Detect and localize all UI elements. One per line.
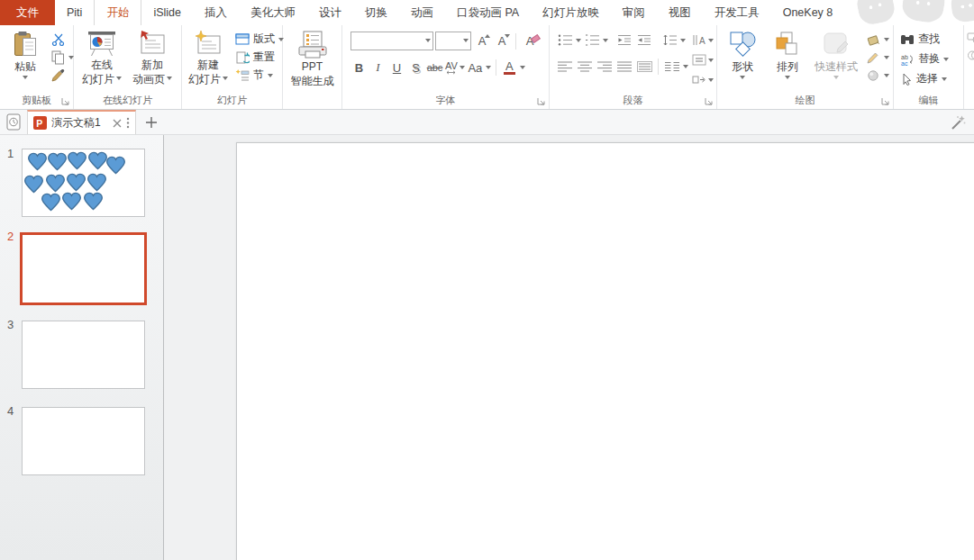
- document-tab[interactable]: P 演示文稿1: [27, 110, 136, 134]
- layout-button[interactable]: 版式: [232, 31, 287, 48]
- text-direction-button[interactable]: A: [692, 32, 714, 49]
- decrease-indent-button[interactable]: [615, 32, 633, 49]
- select-button[interactable]: 选择: [897, 70, 952, 87]
- bold-button[interactable]: B: [350, 59, 368, 77]
- shape-effects-dropdown-arrow[interactable]: [884, 74, 889, 77]
- numbering-button[interactable]: [583, 32, 601, 49]
- paragraph-dialog-launcher-icon[interactable]: [705, 97, 714, 106]
- paste-button[interactable]: 粘贴: [3, 28, 48, 93]
- tab-onekey[interactable]: OneKey 8: [771, 0, 845, 25]
- bullets-button[interactable]: [556, 32, 574, 49]
- line-spacing-button[interactable]: [660, 32, 678, 49]
- slide-thumbnail-2[interactable]: [20, 232, 147, 305]
- new-slide-dropdown-arrow[interactable]: [223, 77, 228, 80]
- justify-button[interactable]: [615, 58, 633, 75]
- align-text-button[interactable]: [692, 51, 714, 68]
- online-slides-dropdown-arrow[interactable]: [116, 77, 122, 80]
- align-text-dropdown-arrow[interactable]: [708, 59, 714, 62]
- italic-button[interactable]: I: [369, 59, 387, 77]
- bullets-dropdown-arrow[interactable]: [576, 39, 581, 42]
- text-shadow-button[interactable]: S: [407, 59, 424, 77]
- increase-indent-button[interactable]: [635, 32, 653, 49]
- font-size-select[interactable]: [435, 32, 471, 50]
- columns-button[interactable]: [663, 58, 681, 75]
- tab-piti[interactable]: Piti: [55, 0, 94, 25]
- drawing-dialog-launcher-icon[interactable]: [881, 97, 890, 106]
- ppt-smart-generate-button[interactable]: PPT 智能生成: [286, 28, 340, 93]
- new-animation-page-button[interactable]: 新加 动画页: [127, 28, 178, 93]
- new-animation-dropdown-arrow[interactable]: [167, 77, 172, 80]
- tab-developer[interactable]: 开发工具: [703, 0, 771, 25]
- smartart-dropdown-arrow[interactable]: [708, 78, 714, 82]
- font-name-select[interactable]: [350, 32, 433, 50]
- clipboard-dialog-launcher-icon[interactable]: [61, 97, 70, 106]
- increase-font-size-button[interactable]: A: [473, 34, 491, 48]
- section-dropdown-arrow[interactable]: [268, 74, 273, 77]
- reset-button[interactable]: 重置: [232, 49, 287, 66]
- replace-dropdown-arrow[interactable]: [943, 58, 949, 61]
- shapes-dropdown-arrow[interactable]: [740, 76, 745, 79]
- intersect-shapes-icon[interactable]: [967, 50, 974, 61]
- decrease-font-size-button[interactable]: A: [493, 34, 511, 48]
- shape-fill-button[interactable]: [862, 31, 893, 48]
- tab-insert[interactable]: 插入: [193, 0, 239, 25]
- character-spacing-button[interactable]: AV: [445, 61, 458, 75]
- font-color-dropdown-arrow[interactable]: [520, 66, 525, 69]
- numbering-dropdown-arrow[interactable]: [603, 39, 608, 42]
- font-dialog-launcher-icon[interactable]: [537, 97, 546, 106]
- shape-outline-button[interactable]: [862, 49, 893, 66]
- columns-dropdown-arrow[interactable]: [683, 65, 688, 68]
- tab-islide[interactable]: iSlide: [141, 0, 193, 25]
- select-dropdown-arrow[interactable]: [942, 77, 947, 81]
- slide-thumbnail-1[interactable]: [22, 149, 145, 217]
- tab-animations[interactable]: 动画: [399, 0, 445, 25]
- font-color-button[interactable]: A: [501, 59, 518, 77]
- line-spacing-dropdown-arrow[interactable]: [680, 39, 686, 42]
- slide-thumbnail-4[interactable]: [22, 407, 145, 475]
- clear-formatting-button[interactable]: A: [521, 34, 539, 48]
- shape-effects-button[interactable]: [862, 67, 893, 84]
- shape-outline-dropdown-arrow[interactable]: [884, 56, 889, 59]
- tab-file[interactable]: 文件: [0, 0, 55, 25]
- shapes-button[interactable]: 形状: [720, 28, 765, 93]
- tab-home[interactable]: 开始: [94, 0, 141, 25]
- convert-smartart-button[interactable]: [692, 71, 714, 88]
- distribute-button[interactable]: [635, 58, 653, 75]
- magic-wand-button[interactable]: [947, 113, 969, 132]
- tab-transitions[interactable]: 切换: [353, 0, 399, 25]
- quick-styles-button[interactable]: 快速样式: [810, 28, 862, 93]
- align-center-button[interactable]: [576, 58, 594, 75]
- new-slide-button[interactable]: 新建 幻灯片: [185, 28, 232, 93]
- case-dropdown-arrow[interactable]: [486, 66, 491, 69]
- online-slides-button[interactable]: 在线 幻灯片: [77, 28, 127, 93]
- tab-review[interactable]: 审阅: [611, 0, 657, 25]
- tab-pocket-animation[interactable]: 口袋动画 PA: [445, 0, 531, 25]
- align-left-button[interactable]: [556, 58, 574, 75]
- shape-fill-dropdown-arrow[interactable]: [884, 38, 889, 41]
- spacing-dropdown-arrow[interactable]: [460, 66, 465, 69]
- tab-design[interactable]: 设计: [307, 0, 353, 25]
- tab-slideshow[interactable]: 幻灯片放映: [531, 0, 611, 25]
- change-case-button[interactable]: Aa: [467, 59, 484, 77]
- strikethrough-button[interactable]: abc: [426, 59, 443, 77]
- replace-button[interactable]: ab ac 替换: [897, 50, 952, 68]
- section-button[interactable]: 节: [232, 67, 287, 84]
- text-direction-dropdown-arrow[interactable]: [708, 39, 714, 42]
- font-size-dropdown-arrow[interactable]: [463, 39, 469, 42]
- font-name-dropdown-arrow[interactable]: [425, 39, 431, 42]
- tab-more-icon[interactable]: [126, 117, 130, 129]
- find-button[interactable]: 查找: [897, 31, 952, 48]
- current-slide[interactable]: [236, 142, 974, 560]
- underline-button[interactable]: U: [388, 59, 405, 77]
- paste-dropdown-arrow[interactable]: [23, 76, 28, 79]
- arrange-dropdown-arrow[interactable]: [785, 76, 790, 79]
- close-tab-icon[interactable]: [113, 119, 122, 128]
- slide-thumbnail-3[interactable]: [22, 321, 145, 389]
- recent-documents-button[interactable]: [0, 110, 27, 134]
- arrange-button[interactable]: 排列: [765, 28, 810, 93]
- new-tab-button[interactable]: [136, 110, 167, 134]
- align-right-button[interactable]: [596, 58, 614, 75]
- tab-beautify[interactable]: 美化大师: [239, 0, 307, 25]
- tab-view[interactable]: 视图: [657, 0, 703, 25]
- merge-shapes-icon[interactable]: [967, 32, 974, 44]
